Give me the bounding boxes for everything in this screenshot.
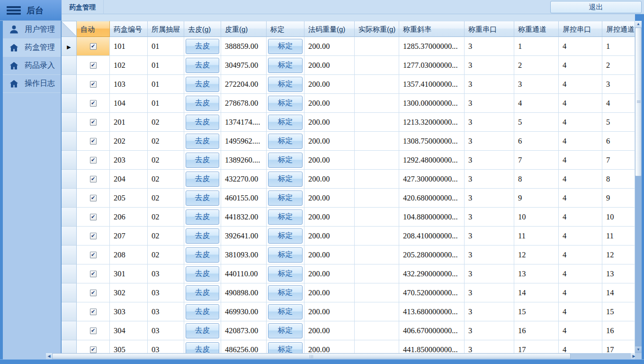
auto-checkbox[interactable]: ✔ — [90, 271, 97, 277]
tare-button[interactable]: 去皮 — [186, 285, 219, 300]
auto-checkbox[interactable]: ✔ — [90, 195, 97, 201]
sidebar-item-2[interactable]: 药品录入 — [3, 57, 61, 75]
auto-checkbox[interactable]: ✔ — [90, 119, 97, 126]
calibrate-button[interactable]: 标定 — [268, 134, 303, 149]
vertical-scrollbar-thumb[interactable] — [635, 27, 642, 176]
sidebar-item-1[interactable]: 药盒管理 — [3, 39, 61, 57]
row-selector[interactable] — [62, 246, 77, 264]
tare-button[interactable]: 去皮 — [186, 153, 219, 168]
column-header-auto[interactable]: 自动 — [77, 21, 110, 37]
row-selector[interactable] — [62, 189, 77, 208]
tare-button[interactable]: 去皮 — [186, 58, 219, 73]
auto-checkbox[interactable]: ✔ — [90, 157, 97, 164]
auto-checkbox[interactable]: ✔ — [90, 252, 97, 258]
row-selector[interactable] — [62, 227, 77, 246]
row-selector[interactable] — [62, 321, 77, 340]
select-all-corner[interactable] — [62, 21, 77, 37]
auto-checkbox[interactable]: ✔ — [90, 43, 97, 50]
calibrate-button[interactable]: 标定 — [268, 77, 303, 92]
column-header-tare_btn[interactable]: 去皮(g) — [184, 21, 221, 37]
row-selector[interactable] — [62, 208, 77, 227]
vertical-scrollbar[interactable]: ▲ ▼ — [635, 21, 642, 353]
column-header-box_no[interactable]: 药盒编号 — [110, 21, 148, 37]
row-selector[interactable] — [62, 302, 77, 321]
calibrate-button[interactable]: 标定 — [268, 115, 303, 130]
column-header-drawer[interactable]: 所属抽屉 — [148, 21, 184, 37]
scroll-down-arrow-icon[interactable]: ▼ — [635, 346, 642, 353]
auto-checkbox[interactable]: ✔ — [90, 328, 97, 334]
row-selector[interactable] — [62, 56, 77, 75]
cell-screen_serial: 4 — [559, 302, 602, 321]
tare-button[interactable]: 去皮 — [186, 342, 219, 354]
calibrate-button[interactable]: 标定 — [268, 96, 303, 111]
tare-button[interactable]: 去皮 — [186, 304, 219, 319]
calibrate-button[interactable]: 标定 — [268, 342, 303, 354]
cell-slope: 470.520000000... — [399, 283, 465, 302]
column-header-screen_channel[interactable]: 屏控通道 — [602, 21, 635, 37]
hamburger-menu-icon[interactable] — [7, 5, 21, 16]
column-header-channel[interactable]: 称重通道 — [514, 21, 559, 37]
calibrate-button[interactable]: 标定 — [268, 304, 303, 319]
tare-button[interactable]: 去皮 — [186, 39, 219, 54]
row-selector[interactable] — [62, 283, 77, 302]
exit-button[interactable]: 退出 — [550, 1, 642, 13]
auto-checkbox[interactable]: ✔ — [90, 176, 97, 182]
auto-checkbox[interactable]: ✔ — [90, 138, 97, 145]
auto-checkbox[interactable]: ✔ — [90, 62, 97, 69]
tare-button[interactable]: 去皮 — [186, 115, 219, 130]
tare-button[interactable]: 去皮 — [186, 209, 219, 225]
calibrate-button[interactable]: 标定 — [268, 209, 303, 225]
sidebar-header[interactable]: 后台 — [0, 0, 62, 21]
calibrate-button[interactable]: 标定 — [268, 228, 303, 244]
tab-medicine-box-management[interactable]: 药盒管理 — [62, 0, 104, 14]
row-selector[interactable] — [62, 113, 77, 132]
tare-button[interactable]: 去皮 — [186, 172, 219, 187]
calibrate-button[interactable]: 标定 — [268, 58, 303, 73]
calibrate-button[interactable]: 标定 — [268, 191, 303, 206]
row-selector[interactable] — [62, 264, 77, 283]
column-header-serial[interactable]: 称重串口 — [465, 21, 514, 37]
tare-button[interactable]: 去皮 — [186, 191, 219, 206]
tare-button[interactable]: 去皮 — [186, 323, 219, 338]
auto-checkbox[interactable]: ✔ — [90, 214, 97, 220]
row-selector[interactable] — [62, 132, 77, 151]
column-header-weight_std[interactable]: 法码重量(g) — [304, 21, 355, 37]
row-selector[interactable] — [62, 94, 77, 113]
calibrate-button[interactable]: 标定 — [268, 153, 303, 168]
calibrate-button[interactable]: 标定 — [268, 285, 303, 300]
tare-button[interactable]: 去皮 — [186, 134, 219, 149]
horizontal-scrollbar[interactable]: ◀ ▶ — [46, 353, 637, 359]
auto-checkbox[interactable]: ✔ — [90, 290, 97, 296]
scroll-left-arrow-icon[interactable]: ◀ — [46, 353, 52, 359]
sidebar-item-0[interactable]: 用户管理 — [3, 21, 61, 39]
auto-checkbox[interactable]: ✔ — [90, 81, 97, 88]
column-header-calib_btn[interactable]: 标定 — [267, 21, 304, 37]
column-header-actual[interactable]: 实际称重(g) — [355, 21, 399, 37]
calibrate-button[interactable]: 标定 — [268, 172, 303, 187]
tare-button[interactable]: 去皮 — [186, 96, 219, 111]
column-header-tare_weight[interactable]: 皮重(g) — [221, 21, 267, 37]
tare-button[interactable]: 去皮 — [186, 77, 219, 92]
cell-screen_serial: 4 — [559, 189, 602, 208]
auto-checkbox[interactable]: ✔ — [90, 100, 97, 107]
calibrate-button[interactable]: 标定 — [268, 266, 303, 282]
tare-button[interactable]: 去皮 — [186, 247, 219, 263]
row-selector[interactable]: ▶ — [62, 37, 77, 56]
row-selector[interactable] — [62, 75, 77, 94]
row-selector[interactable] — [62, 170, 77, 189]
calibrate-button[interactable]: 标定 — [268, 39, 303, 54]
calibrate-button[interactable]: 标定 — [268, 323, 303, 338]
horizontal-scrollbar-thumb[interactable] — [52, 353, 571, 359]
row-selector[interactable] — [62, 340, 77, 353]
sidebar-item-3[interactable]: 操作日志 — [3, 75, 61, 93]
tare-button[interactable]: 去皮 — [186, 266, 219, 282]
auto-checkbox[interactable]: ✔ — [90, 346, 97, 353]
tare-button[interactable]: 去皮 — [186, 228, 219, 244]
row-selector[interactable] — [62, 151, 77, 170]
auto-checkbox[interactable]: ✔ — [90, 309, 97, 315]
column-header-screen_serial[interactable]: 屏控串口 — [559, 21, 602, 37]
column-header-slope[interactable]: 称重斜率 — [399, 21, 465, 37]
scroll-up-arrow-icon[interactable]: ▲ — [635, 21, 642, 27]
auto-checkbox[interactable]: ✔ — [90, 233, 97, 239]
calibrate-button[interactable]: 标定 — [268, 247, 303, 263]
